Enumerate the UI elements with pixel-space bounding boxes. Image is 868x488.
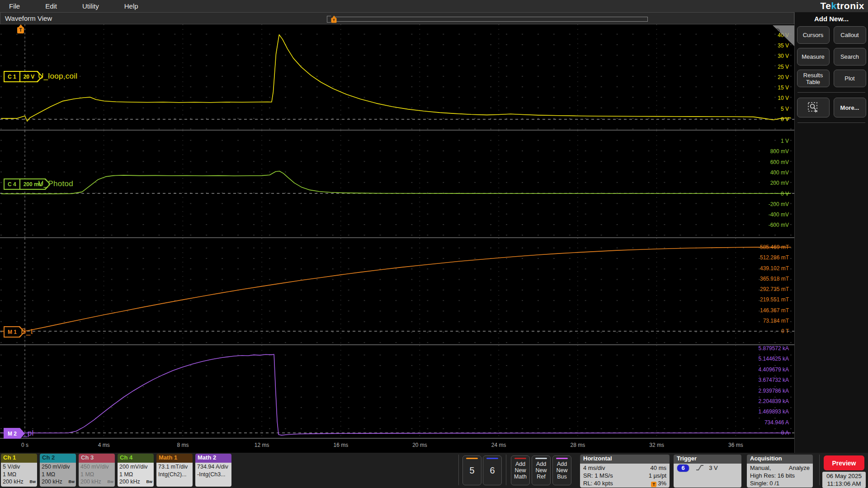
- horizontal-panel[interactable]: Horizontal 4 ms/div40 msSR: 1 MS/s1 µs/p…: [580, 455, 670, 488]
- badge-text: 20 V: [24, 74, 35, 80]
- time: 11:13:06 AM: [822, 480, 866, 488]
- channel-card-ch4[interactable]: Ch 4200 mV/div1 MΩ200 kHzBw: [118, 454, 154, 487]
- trigger-panel-title: Trigger: [674, 455, 741, 464]
- callout-button[interactable]: Callout: [834, 26, 866, 44]
- channel-card-math2[interactable]: Math 2734.94 A/div-Intg(Ch3...: [195, 454, 231, 487]
- channel-setting: 450 mV/div: [80, 463, 113, 471]
- x-tick-label: 16 ms: [333, 442, 348, 448]
- time-axis: 0 s4 ms8 ms12 ms16 ms20 ms24 ms28 ms32 m…: [0, 439, 794, 452]
- channel-card-math1[interactable]: Math 173.1 mT/divIntg(Ch2)...: [156, 454, 193, 487]
- trigger-source-badge: 6: [677, 464, 689, 472]
- channel-badge-c1[interactable]: C 120 V: [4, 71, 42, 82]
- channel-card-body: 5 V/div1 MΩ200 kHzBw: [1, 463, 37, 487]
- trace-label-i_pl[interactable]: I_pl: [21, 429, 34, 438]
- channel-setting: 200 mV/div: [119, 463, 152, 471]
- results-table-button[interactable]: Results Table: [797, 70, 830, 87]
- acq-single: Single: 0 /1: [750, 479, 810, 487]
- channel-card-title: Ch 3: [79, 454, 115, 463]
- divider: [819, 455, 820, 485]
- x-tick-label: 0 s: [21, 442, 28, 448]
- horizontal-row: 4 ms/div40 ms: [583, 464, 666, 472]
- bottom-settings-bar: Horizontal 4 ms/div40 msSR: 1 MS/s1 µs/p…: [0, 453, 868, 488]
- plot-button[interactable]: Plot: [834, 70, 866, 87]
- trigger-panel[interactable]: Trigger 6 3 V: [674, 455, 741, 488]
- channel-button-6[interactable]: 6: [483, 455, 502, 485]
- measure-button[interactable]: Measure: [797, 48, 830, 66]
- cursors-button[interactable]: Cursors: [797, 26, 830, 44]
- button-color-stripe: [514, 458, 526, 459]
- trace-label-b_t[interactable]: B_t: [21, 327, 33, 336]
- channel-card-title: Ch 2: [40, 454, 76, 463]
- button-color-stripe: [535, 458, 547, 459]
- add-new-bus-button[interactable]: Add New Bus: [552, 455, 571, 485]
- badge-text: C 1: [8, 74, 16, 80]
- x-tick-label: 32 ms: [649, 442, 664, 448]
- channel-setting: 1 MΩ: [119, 471, 152, 479]
- datetime-display: 06 May 2025 11:13:06 AM: [822, 472, 866, 488]
- horizontal-position-indicator[interactable]: T: [327, 16, 648, 22]
- horizontal-right-value: T3%: [651, 479, 666, 487]
- waveform-slice-u_photod: 1 V800 mV600 mV400 mV200 mV0 V-200 mV-40…: [0, 131, 794, 238]
- horizontal-panel-title: Horizontal: [580, 455, 670, 464]
- zoom-select-button[interactable]: [797, 98, 830, 117]
- channel-card-title: Math 2: [195, 454, 231, 463]
- search-button[interactable]: Search: [834, 48, 866, 66]
- minimap-window[interactable]: [333, 17, 648, 22]
- channel-card-body: 734.94 A/div-Intg(Ch3...: [195, 463, 231, 487]
- x-tick-label: 36 ms: [728, 442, 743, 448]
- preview-button[interactable]: Preview: [824, 455, 864, 470]
- channel-card-ch1[interactable]: Ch 15 V/div1 MΩ200 kHzBw: [1, 454, 37, 487]
- right-sidebar: Add New... CursorsCalloutMeasureSearchRe…: [795, 12, 868, 453]
- bandwidth-indicator: Bw: [108, 478, 114, 486]
- horizontal-left-value: RL: 40 kpts: [583, 479, 613, 487]
- zoom-select-icon: [807, 102, 819, 113]
- waveform-view: Waveform View T 40 V35 V30 V25 V20 V15 V…: [0, 12, 795, 453]
- waveform-view-title: Waveform View: [5, 14, 52, 22]
- tektronix-logo: Tektronix: [821, 0, 864, 11]
- horizontal-row: SR: 1 MS/s1 µs/pt: [583, 472, 666, 479]
- badge-text: C 4: [8, 181, 16, 188]
- bandwidth-indicator: Bw: [146, 478, 153, 486]
- minimap-left-bracket: [327, 16, 331, 23]
- channel-setting: 1 MΩ: [3, 471, 35, 479]
- channel-setting: 73.1 mT/div: [158, 463, 191, 471]
- trigger-position-icon[interactable]: T: [331, 18, 337, 23]
- horizontal-left-value: SR: 1 MS/s: [583, 472, 613, 479]
- channel-color-stripe: [466, 458, 478, 459]
- trigger-marker-icon[interactable]: T: [17, 27, 24, 33]
- sidebar-separator: [797, 92, 865, 93]
- x-tick-label: 8 ms: [177, 442, 189, 448]
- badge-text: M 2: [8, 431, 17, 437]
- channel-color-stripe: [486, 458, 498, 459]
- trigger-t-icon: T: [651, 482, 656, 487]
- horizontal-right-value: 40 ms: [651, 464, 666, 472]
- x-tick-label: 4 ms: [98, 442, 110, 448]
- channel-card-ch2[interactable]: Ch 2250 mV/div1 MΩ200 kHzBw: [40, 454, 76, 487]
- add-new-math-button[interactable]: Add New Math: [511, 455, 530, 485]
- trigger-level: 3 V: [709, 465, 718, 471]
- trace-label-u_loop,coil[interactable]: U_loop,coil: [38, 72, 77, 81]
- waveform-view-titlebar: Waveform View T: [0, 12, 794, 24]
- badge-text: M 1: [8, 329, 17, 335]
- menu-item-utility[interactable]: Utility: [82, 2, 99, 10]
- channel-button-5[interactable]: 5: [462, 455, 481, 485]
- channel-card-title: Ch 4: [118, 454, 154, 463]
- bandwidth-indicator: Bw: [30, 478, 36, 486]
- menu-item-file[interactable]: File: [9, 2, 20, 10]
- acquisition-panel[interactable]: Acquisition Manual,Analyze High Res: 16 …: [747, 455, 813, 488]
- channel-card-ch3[interactable]: Ch 3450 mV/div1 MΩ200 kHzBw: [79, 454, 115, 487]
- channel-setting: 5 V/div: [3, 463, 35, 471]
- channel-setting: 1 MΩ: [42, 471, 74, 479]
- more-button[interactable]: More...: [834, 98, 866, 117]
- x-tick-label: 20 ms: [412, 442, 427, 448]
- channel-card-title: Math 1: [156, 454, 193, 463]
- menu-item-edit[interactable]: Edit: [45, 2, 57, 10]
- trace-label-u_photod[interactable]: U_Photod: [38, 179, 73, 188]
- add-new-ref-button[interactable]: Add New Ref: [532, 455, 551, 485]
- acq-mode: Manual,: [750, 464, 771, 472]
- channel-setting: Intg(Ch2)...: [158, 471, 191, 479]
- channel-card-body: 450 mV/div1 MΩ200 kHzBw: [79, 463, 115, 487]
- menu-bar: FileEditUtilityHelp: [0, 0, 868, 12]
- rising-edge-icon: [696, 465, 704, 471]
- menu-item-help[interactable]: Help: [124, 2, 138, 10]
